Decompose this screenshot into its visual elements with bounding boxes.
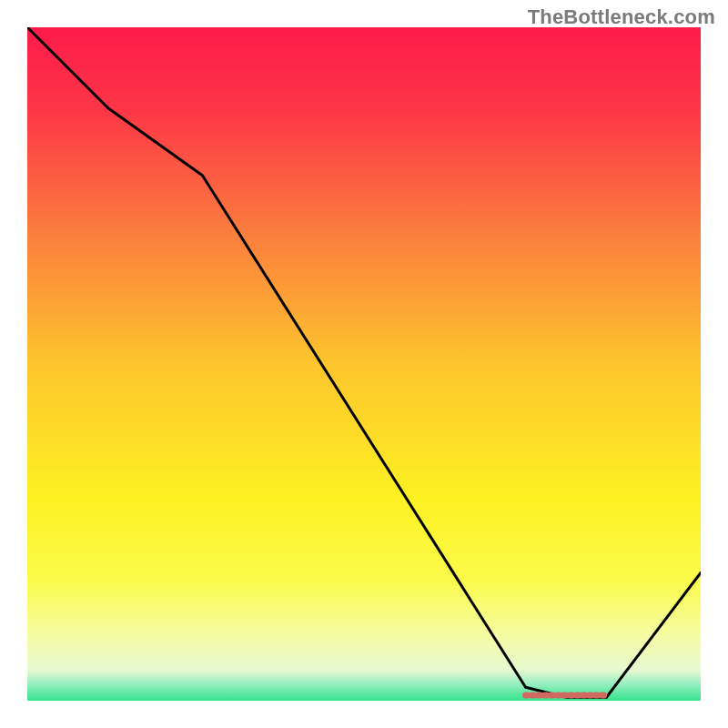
watermark-text: TheBottleneck.com xyxy=(528,5,715,29)
chart-stage: TheBottleneck.com xyxy=(0,0,728,728)
chart-svg xyxy=(27,27,701,701)
chart-background xyxy=(27,27,701,701)
chart-plot-area xyxy=(27,27,701,701)
